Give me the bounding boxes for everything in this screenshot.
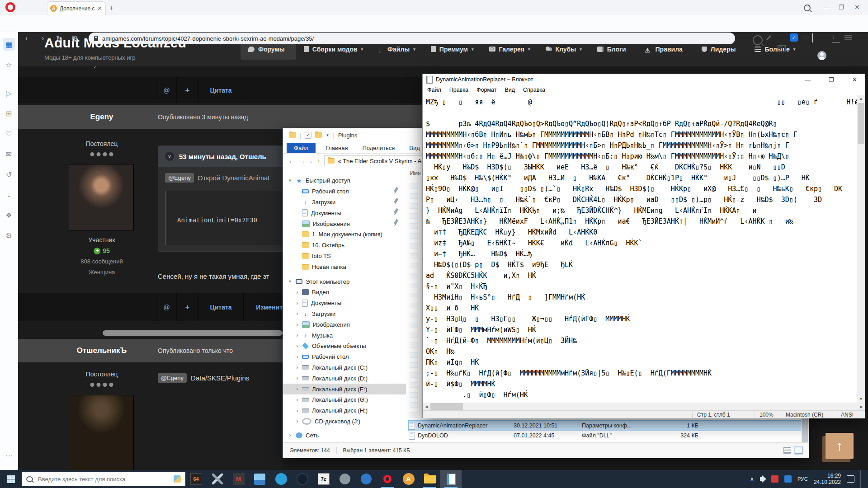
vscroll-thumb[interactable] <box>858 103 864 144</box>
history-icon[interactable]: ↺ <box>3 168 15 181</box>
expand-chevron-icon[interactable]: › <box>295 375 300 381</box>
bookmark-heart-icon[interactable]: ♡ <box>803 34 811 42</box>
explorer-sidebar-item[interactable]: Изображения <box>283 218 406 229</box>
taskbar-app-explorer[interactable] <box>419 470 440 488</box>
file-row[interactable]: DynDOLOD07.01.2022 4:45Файл "DLL"324 КБ <box>409 431 807 441</box>
browser-tab[interactable]: A Дополнение сборки Sexr ✕ <box>47 1 106 15</box>
tray-antivirus-icon[interactable] <box>771 475 778 483</box>
notepad-text-area[interactable]: MZђ ▯ ▯ яя ё @ ▯▯ ▯е▯ ґ H!ё▯LH!This$ рЗљ… <box>423 95 857 403</box>
close-button[interactable]: ✕ <box>854 4 860 11</box>
explorer-sidebar-item[interactable]: ˅ Этот компьютер <box>283 276 406 287</box>
quote-title[interactable]: 53 минуты назад, Отшель <box>179 153 266 160</box>
ribbon-tab[interactable]: Главная <box>318 143 355 153</box>
taskbar-app-opera[interactable] <box>377 470 398 488</box>
explorer-sidebar-item[interactable]: foto TS <box>283 251 406 262</box>
post-author[interactable]: Egeny <box>90 113 113 122</box>
taskbar-app-steam[interactable] <box>292 470 313 488</box>
menu-item[interactable]: Справка <box>523 87 545 93</box>
expand-chevron-icon[interactable]: › <box>288 432 292 438</box>
address-text[interactable]: « The Elder Scrolls V Skyrim - An <box>338 158 425 164</box>
qat-dropdown-icon[interactable]: ▼ <box>326 133 329 137</box>
explorer-sidebar-item[interactable]: › CD-дисковод (J:) <box>283 416 406 427</box>
downloads-icon[interactable]: ↓ <box>832 34 840 43</box>
file-name[interactable]: DynDOLOD <box>418 432 511 439</box>
taskbar-app-aimp[interactable]: A <box>398 470 419 488</box>
explorer-sidebar-item[interactable]: › Локальный диск (H:) <box>283 405 406 416</box>
taskbar-clock[interactable]: 16:29 24.10.2022 <box>814 473 841 485</box>
qat-folder-icon[interactable] <box>315 132 322 138</box>
taskbar-app-m[interactable]: М <box>228 470 249 488</box>
search-input[interactable] <box>37 475 161 483</box>
expand-chevron-icon[interactable]: › <box>295 310 300 317</box>
speed-dial-grid-icon[interactable]: ⊞ <box>71 34 77 43</box>
favorites-icon[interactable]: ♡ <box>3 127 15 140</box>
file-name[interactable]: DynamicAnimationReplacer <box>418 422 511 429</box>
start-button[interactable] <box>0 470 22 488</box>
back-button[interactable]: ‹ <box>25 34 28 42</box>
tray-app-icon[interactable] <box>784 475 792 483</box>
explorer-sidebar-item[interactable]: Документы <box>283 207 406 218</box>
speed-dial-icon[interactable]: ▦ <box>3 38 15 51</box>
expand-chevron-icon[interactable]: › <box>295 300 300 306</box>
menu-item[interactable]: Правка <box>449 87 468 93</box>
explorer-sidebar-item[interactable]: › Видео <box>283 287 406 298</box>
plus-button[interactable]: + <box>176 293 198 321</box>
notepad-hscrollbar[interactable]: ◀ ▶ <box>423 403 865 410</box>
nav-forward-icon[interactable]: → <box>299 157 305 164</box>
opera-logo-icon[interactable] <box>5 2 15 12</box>
qat-properties-icon[interactable]: ✓ <box>305 132 311 139</box>
tab-close-icon[interactable]: ✕ <box>97 5 103 12</box>
mention-chip[interactable]: @Egeny <box>158 373 187 383</box>
scroll-up-icon[interactable]: ▲ <box>859 96 863 101</box>
scroll-right-icon[interactable]: ▶ <box>860 404 863 409</box>
taskbar-app-telegram[interactable] <box>270 470 292 488</box>
notepad-vscrollbar[interactable]: ▲ ▼ <box>857 95 865 403</box>
taskbar-app-64[interactable]: 64 <box>185 470 207 488</box>
scroll-down-icon[interactable]: ▼ <box>859 397 863 401</box>
search-icon[interactable] <box>804 5 811 11</box>
maximize-button[interactable]: ❐ <box>839 4 844 11</box>
mention-button[interactable]: @ <box>156 293 177 321</box>
expand-chevron-icon[interactable]: › <box>295 408 300 414</box>
files-column-header[interactable]: Имя <box>410 170 420 176</box>
language-indicator[interactable]: РУС <box>797 476 808 482</box>
nav-up-icon[interactable]: ↑ <box>317 157 320 164</box>
ribbon-tab[interactable]: Файл <box>287 143 316 153</box>
tray-chevron-icon[interactable]: ∧ <box>750 476 754 482</box>
explorer-sidebar-item[interactable]: › Локальный диск (C:) <box>283 362 406 373</box>
volume-icon[interactable] <box>760 477 764 481</box>
url-text[interactable]: amlgames.com/forums/topic/4027-dopolneni… <box>102 35 314 42</box>
forward-button[interactable]: › <box>42 34 44 42</box>
settings-icon[interactable]: ⚙ <box>3 229 15 242</box>
expand-chevron-icon[interactable]: › <box>295 321 300 328</box>
explorer-sidebar-item[interactable]: › Рабочий стол <box>283 352 406 362</box>
notepad-titlebar[interactable]: DynamicAnimationReplacer – Блокнот — ❐ ✕ <box>423 74 865 85</box>
view-toggle-details-icon[interactable] <box>783 447 791 454</box>
profile-avatar[interactable] <box>817 51 826 60</box>
taskbar-app-blue[interactable] <box>355 470 377 488</box>
quote-button[interactable]: Цитата <box>198 77 244 103</box>
expand-chevron-icon[interactable]: › <box>295 343 300 349</box>
nav-history-icon[interactable]: ⌄ <box>309 159 313 164</box>
more-icon[interactable]: ⋯ <box>3 449 15 462</box>
scroll-top-button[interactable]: ↑ <box>826 433 854 459</box>
camera-icon[interactable] <box>778 45 786 52</box>
explorer-sidebar-item[interactable]: › Документы <box>283 298 406 309</box>
notepad-minimize-button[interactable]: — <box>797 74 818 85</box>
explorer-sidebar-item[interactable]: › Загрузки <box>283 309 406 319</box>
avatar-image[interactable] <box>69 164 134 230</box>
sidebar-setup-icon[interactable] <box>844 35 852 40</box>
show-desktop-button[interactable] <box>860 470 863 488</box>
expand-chevron-icon[interactable]: › <box>295 332 300 338</box>
quote-header[interactable]: ˅ 53 минуты назад, Отшель <box>158 146 284 167</box>
taskbar-app-photos[interactable] <box>249 470 270 488</box>
taskbar-app-grey[interactable] <box>334 470 355 488</box>
expand-chevron-icon[interactable]: ˅ <box>288 278 292 285</box>
address-field[interactable]: amlgames.com/forums/topic/4027-dopolneni… <box>89 33 735 44</box>
explorer-sidebar-item[interactable]: › Сеть <box>283 430 406 441</box>
vpn-shield-icon[interactable]: ✓ <box>790 33 798 42</box>
explorer-sidebar-item[interactable]: › Локальный диск (G:) <box>283 394 406 405</box>
mention-chip[interactable]: @Egeny <box>165 173 194 183</box>
avatar-image[interactable] <box>69 395 134 470</box>
expand-chevron-icon[interactable]: › <box>295 364 300 371</box>
